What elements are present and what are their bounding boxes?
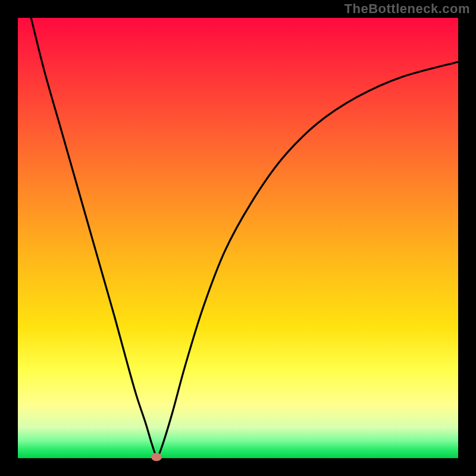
curve-layer <box>18 18 458 458</box>
bottleneck-curve <box>31 18 458 456</box>
minimum-marker <box>151 453 162 461</box>
watermark-text: TheBottleneck.com <box>345 1 470 17</box>
chart-stage: TheBottleneck.com <box>0 0 476 476</box>
plot-area <box>18 18 458 458</box>
